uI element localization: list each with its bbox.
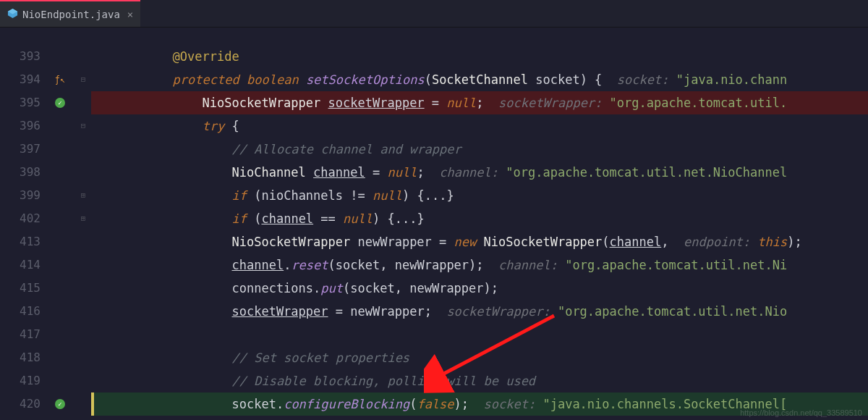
gutter-mark[interactable]: ✓ bbox=[45, 392, 75, 416]
fold-toggle[interactable] bbox=[75, 346, 91, 369]
line-number[interactable]: 394 bbox=[0, 68, 45, 91]
line-number[interactable]: 393 bbox=[0, 45, 45, 68]
gutter-line-numbers[interactable]: 3933943953963973983994024134144154164174… bbox=[0, 28, 45, 420]
watermark-text: https://blog.csdn.net/qq_33589510 bbox=[740, 408, 862, 417]
tab-nioendpoint[interactable]: NioEndpoint.java × bbox=[0, 0, 140, 27]
fold-toggle[interactable] bbox=[75, 161, 91, 184]
gutter-mark[interactable] bbox=[45, 138, 75, 161]
gutter-mark[interactable] bbox=[45, 253, 75, 277]
code-area[interactable]: @Override protected boolean setSocketOpt… bbox=[91, 28, 868, 420]
line-number[interactable]: 416 bbox=[0, 300, 45, 323]
code-line[interactable]: protected boolean setSocketOptions(Socke… bbox=[91, 68, 868, 91]
gutter-mark[interactable]: ƒ↖ bbox=[45, 68, 75, 91]
line-number[interactable]: 415 bbox=[0, 277, 45, 300]
gutter-mark[interactable] bbox=[45, 346, 75, 369]
gutter-mark[interactable] bbox=[45, 300, 75, 323]
code-line[interactable]: @Override bbox=[91, 45, 868, 68]
fold-toggle[interactable]: ⊟ bbox=[75, 114, 91, 138]
close-icon[interactable]: × bbox=[127, 9, 133, 20]
code-line[interactable]: if (nioChannels != null) {...} bbox=[91, 184, 868, 207]
line-number[interactable]: 395 bbox=[0, 91, 45, 114]
gutter-mark[interactable] bbox=[45, 416, 75, 420]
line-number[interactable]: 420 bbox=[0, 392, 45, 416]
line-number[interactable]: 418 bbox=[0, 346, 45, 369]
gutter-mark[interactable] bbox=[45, 277, 75, 300]
gutter-mark[interactable] bbox=[45, 114, 75, 138]
fold-toggle[interactable] bbox=[75, 91, 91, 114]
code-line[interactable]: NioSocketWrapper socketWrapper = null; s… bbox=[91, 91, 868, 114]
fold-toggle[interactable]: ⊞ bbox=[75, 184, 91, 207]
line-number[interactable]: 417 bbox=[0, 323, 45, 346]
fold-toggle[interactable] bbox=[75, 45, 91, 68]
fold-toggle[interactable]: ⊞ bbox=[75, 207, 91, 230]
code-line[interactable] bbox=[91, 323, 868, 346]
gutter-fold[interactable]: ⊟⊟⊞⊞ bbox=[75, 28, 91, 420]
fold-toggle[interactable] bbox=[75, 323, 91, 346]
code-line[interactable]: channel.reset(socket, newWrapper); chann… bbox=[91, 253, 868, 277]
gutter-mark[interactable] bbox=[45, 323, 75, 346]
tab-label: NioEndpoint.java bbox=[22, 9, 120, 20]
code-line[interactable]: try { bbox=[91, 114, 868, 138]
gutter-mark[interactable] bbox=[45, 161, 75, 184]
code-line[interactable]: // Allocate channel and wrapper bbox=[91, 138, 868, 161]
editor: 3933943953963973983994024134144154164174… bbox=[0, 28, 868, 420]
line-number[interactable]: 402 bbox=[0, 207, 45, 230]
gutter-mark[interactable] bbox=[45, 230, 75, 253]
fold-toggle[interactable] bbox=[75, 138, 91, 161]
gutter-mark[interactable] bbox=[45, 369, 75, 392]
line-number[interactable]: 413 bbox=[0, 230, 45, 253]
fold-toggle[interactable] bbox=[75, 369, 91, 392]
tab-strip: NioEndpoint.java × bbox=[0, 0, 868, 28]
fold-toggle[interactable] bbox=[75, 416, 91, 420]
fold-toggle[interactable] bbox=[75, 277, 91, 300]
fold-toggle[interactable] bbox=[75, 230, 91, 253]
line-number[interactable]: 398 bbox=[0, 161, 45, 184]
line-number[interactable]: 421 bbox=[0, 416, 45, 420]
fold-toggle[interactable]: ⊟ bbox=[75, 68, 91, 91]
fold-toggle[interactable] bbox=[75, 300, 91, 323]
code-line[interactable]: NioChannel channel = null; channel: "org… bbox=[91, 161, 868, 184]
code-line[interactable]: NioSocketWrapper newWrapper = new NioSoc… bbox=[91, 230, 868, 253]
gutter-mark[interactable] bbox=[45, 184, 75, 207]
line-number[interactable]: 419 bbox=[0, 369, 45, 392]
java-class-icon bbox=[7, 8, 18, 21]
gutter-mark[interactable]: ✓ bbox=[45, 91, 75, 114]
gutter-mark[interactable] bbox=[45, 45, 75, 68]
code-line[interactable]: if (channel == null) {...} bbox=[91, 207, 868, 230]
line-number[interactable]: 414 bbox=[0, 253, 45, 277]
gutter-mark[interactable] bbox=[45, 207, 75, 230]
code-line[interactable]: // Set socket properties bbox=[91, 346, 868, 369]
fold-toggle[interactable] bbox=[75, 253, 91, 277]
fold-toggle[interactable] bbox=[75, 392, 91, 416]
code-line[interactable]: socketWrapper = newWrapper; socketWrappe… bbox=[91, 300, 868, 323]
code-line[interactable]: connections.put(socket, newWrapper); bbox=[91, 277, 868, 300]
line-number[interactable]: 399 bbox=[0, 184, 45, 207]
line-number[interactable]: 396 bbox=[0, 114, 45, 138]
line-number[interactable]: 397 bbox=[0, 138, 45, 161]
gutter-markers[interactable]: ƒ↖✓✓ bbox=[45, 28, 75, 420]
code-line[interactable]: // Disable blocking, polling will be use… bbox=[91, 369, 868, 392]
